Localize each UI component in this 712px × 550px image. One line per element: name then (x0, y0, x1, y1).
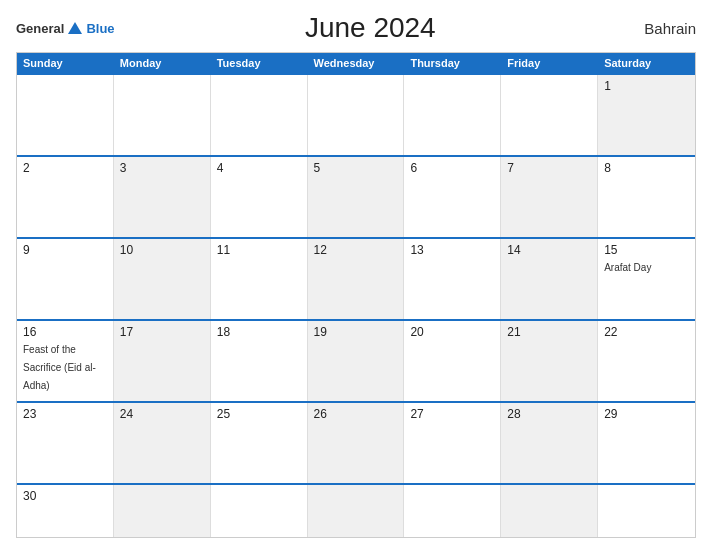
cell-empty-w6-7 (598, 485, 695, 537)
week-3: 9 10 11 12 13 14 15 Arafat Day (17, 237, 695, 319)
day-number: 2 (23, 161, 107, 175)
cell-jun-10: 10 (114, 239, 211, 319)
day-number: 26 (314, 407, 398, 421)
day-number: 12 (314, 243, 398, 257)
country-label: Bahrain (626, 20, 696, 37)
cell-empty-4 (308, 75, 405, 155)
day-number: 15 (604, 243, 689, 257)
day-number: 4 (217, 161, 301, 175)
cell-empty-w6-3 (211, 485, 308, 537)
header-tuesday: Tuesday (211, 53, 308, 73)
day-number: 17 (120, 325, 204, 339)
header-friday: Friday (501, 53, 598, 73)
cell-jun-12: 12 (308, 239, 405, 319)
day-number: 21 (507, 325, 591, 339)
day-number: 5 (314, 161, 398, 175)
day-number: 13 (410, 243, 494, 257)
cell-jun-26: 26 (308, 403, 405, 483)
week-4: 16 Feast of the Sacrifice (Eid al-Adha) … (17, 319, 695, 401)
cell-jun-5: 5 (308, 157, 405, 237)
header-thursday: Thursday (404, 53, 501, 73)
cell-jun-29: 29 (598, 403, 695, 483)
cell-jun-30: 30 (17, 485, 114, 537)
cell-jun-19: 19 (308, 321, 405, 401)
day-number: 14 (507, 243, 591, 257)
cell-jun-6: 6 (404, 157, 501, 237)
day-number: 29 (604, 407, 689, 421)
cell-empty-w6-6 (501, 485, 598, 537)
cell-empty-6 (501, 75, 598, 155)
day-number: 7 (507, 161, 591, 175)
cell-jun-15: 15 Arafat Day (598, 239, 695, 319)
cell-empty-2 (114, 75, 211, 155)
week-6: 30 (17, 483, 695, 537)
header: General Blue June 2024 Bahrain (16, 12, 696, 44)
logo-blue-text: Blue (86, 21, 114, 36)
cell-jun-23: 23 (17, 403, 114, 483)
cell-empty-w6-2 (114, 485, 211, 537)
week-1: 1 (17, 73, 695, 155)
day-number: 28 (507, 407, 591, 421)
cell-jun-18: 18 (211, 321, 308, 401)
day-number: 25 (217, 407, 301, 421)
cell-jun-4: 4 (211, 157, 308, 237)
cell-jun-17: 17 (114, 321, 211, 401)
page: General Blue June 2024 Bahrain Sunday Mo… (0, 0, 712, 550)
cell-jun-2: 2 (17, 157, 114, 237)
cell-jun-3: 3 (114, 157, 211, 237)
cell-jun-1: 1 (598, 75, 695, 155)
logo: General Blue (16, 19, 115, 37)
cell-jun-21: 21 (501, 321, 598, 401)
calendar-title: June 2024 (115, 12, 626, 44)
cell-jun-14: 14 (501, 239, 598, 319)
header-sunday: Sunday (17, 53, 114, 73)
day-number: 11 (217, 243, 301, 257)
header-monday: Monday (114, 53, 211, 73)
cell-empty-w6-4 (308, 485, 405, 537)
cell-empty-5 (404, 75, 501, 155)
header-saturday: Saturday (598, 53, 695, 73)
day-number: 9 (23, 243, 107, 257)
cell-jun-13: 13 (404, 239, 501, 319)
day-number: 16 (23, 325, 107, 339)
cell-jun-11: 11 (211, 239, 308, 319)
week-5: 23 24 25 26 27 28 29 (17, 401, 695, 483)
cell-empty-3 (211, 75, 308, 155)
event-arafat-day: Arafat Day (604, 262, 651, 273)
cell-jun-20: 20 (404, 321, 501, 401)
day-number: 3 (120, 161, 204, 175)
day-number: 10 (120, 243, 204, 257)
cell-jun-16: 16 Feast of the Sacrifice (Eid al-Adha) (17, 321, 114, 401)
cell-jun-22: 22 (598, 321, 695, 401)
calendar: Sunday Monday Tuesday Wednesday Thursday… (16, 52, 696, 538)
cell-jun-9: 9 (17, 239, 114, 319)
day-number: 20 (410, 325, 494, 339)
day-number: 30 (23, 489, 107, 503)
day-number: 18 (217, 325, 301, 339)
header-wednesday: Wednesday (308, 53, 405, 73)
logo-general-text: General (16, 21, 64, 36)
week-2: 2 3 4 5 6 7 8 (17, 155, 695, 237)
day-number: 23 (23, 407, 107, 421)
day-number: 19 (314, 325, 398, 339)
day-number: 27 (410, 407, 494, 421)
day-number: 24 (120, 407, 204, 421)
day-number: 8 (604, 161, 689, 175)
cell-jun-24: 24 (114, 403, 211, 483)
logo-triangle-icon (68, 22, 82, 34)
cell-empty-w6-5 (404, 485, 501, 537)
event-eid-al-adha: Feast of the Sacrifice (Eid al-Adha) (23, 344, 96, 391)
cell-empty-1 (17, 75, 114, 155)
day-number: 1 (604, 79, 689, 93)
cell-jun-8: 8 (598, 157, 695, 237)
cell-jun-7: 7 (501, 157, 598, 237)
day-number: 6 (410, 161, 494, 175)
cell-jun-25: 25 (211, 403, 308, 483)
calendar-header-row: Sunday Monday Tuesday Wednesday Thursday… (17, 53, 695, 73)
cell-jun-28: 28 (501, 403, 598, 483)
cell-jun-27: 27 (404, 403, 501, 483)
day-number: 22 (604, 325, 689, 339)
